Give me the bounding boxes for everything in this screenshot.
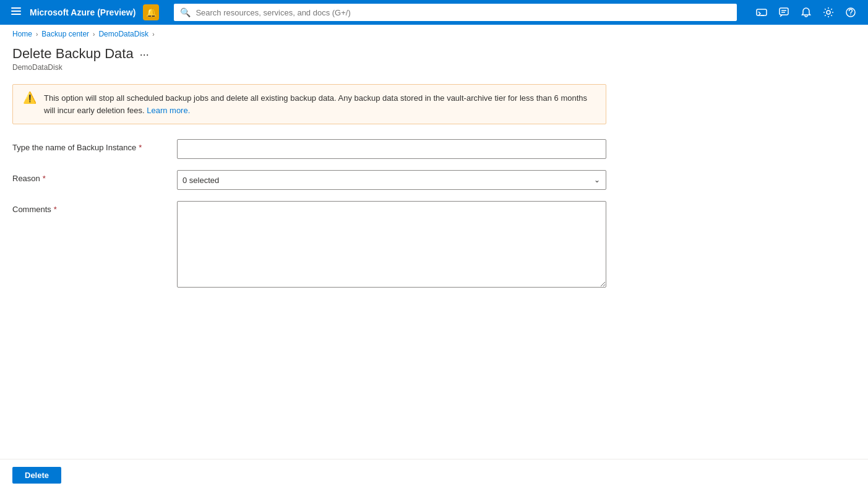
search-icon: 🔍 xyxy=(180,7,191,17)
search-bar[interactable]: 🔍 xyxy=(174,4,737,21)
comments-control xyxy=(177,201,606,289)
comments-label: Comments * xyxy=(12,201,167,214)
page-more-menu-button[interactable]: ··· xyxy=(140,48,149,61)
svg-rect-0 xyxy=(11,7,21,9)
breadcrumb-sep-2: › xyxy=(93,31,95,38)
warning-icon: ⚠️ xyxy=(23,92,37,103)
delete-form: Type the name of Backup Instance * Reaso… xyxy=(12,139,606,289)
learn-more-link[interactable]: Learn more. xyxy=(147,106,190,115)
breadcrumb-sep-1: › xyxy=(36,31,38,38)
warning-banner: ⚠️ This option will stop all scheduled b… xyxy=(12,84,606,124)
backup-instance-label: Type the name of Backup Instance * xyxy=(12,139,167,152)
breadcrumb: Home › Backup center › DemoDataDisk › xyxy=(0,25,868,43)
app-title: Microsoft Azure (Preview) xyxy=(30,7,135,17)
backup-instance-control xyxy=(177,139,606,159)
reason-row: Reason * 0 selected ⌄ xyxy=(12,170,606,190)
breadcrumb-demo-data-disk[interactable]: DemoDataDisk xyxy=(98,30,148,38)
notifications-button[interactable] xyxy=(796,2,816,22)
page-header: Delete Backup Data ··· DemoDataDisk xyxy=(0,43,868,79)
svg-point-8 xyxy=(827,11,830,14)
svg-point-10 xyxy=(850,14,851,15)
reason-label: Reason * xyxy=(12,170,167,183)
hamburger-menu-button[interactable] xyxy=(7,4,25,21)
page-subtitle: DemoDataDisk xyxy=(12,63,856,72)
breadcrumb-home[interactable]: Home xyxy=(12,30,32,38)
svg-rect-5 xyxy=(780,8,788,15)
required-star-1: * xyxy=(139,143,142,152)
badge-icon: 🔔 xyxy=(146,7,157,17)
content-area: ⚠️ This option will stop all scheduled b… xyxy=(0,79,619,294)
topbar: Microsoft Azure (Preview) 🔔 🔍 xyxy=(0,0,868,25)
cloud-shell-button[interactable] xyxy=(752,2,771,22)
feedback-button[interactable] xyxy=(774,2,794,22)
comments-row: Comments * xyxy=(12,201,606,289)
reason-control: 0 selected ⌄ xyxy=(177,170,606,190)
comments-textarea[interactable] xyxy=(177,201,606,288)
breadcrumb-backup-center[interactable]: Backup center xyxy=(41,30,89,38)
svg-rect-1 xyxy=(11,11,21,12)
settings-button[interactable] xyxy=(819,2,838,22)
topbar-actions xyxy=(752,2,861,22)
required-star-3: * xyxy=(54,205,57,214)
search-input[interactable] xyxy=(196,8,731,17)
svg-rect-3 xyxy=(757,9,767,15)
notification-badge[interactable]: 🔔 xyxy=(143,4,159,20)
backup-instance-input[interactable] xyxy=(177,139,606,159)
warning-text: This option will stop all scheduled back… xyxy=(44,92,596,116)
breadcrumb-sep-3: › xyxy=(152,31,154,38)
help-button[interactable] xyxy=(841,2,861,22)
backup-instance-row: Type the name of Backup Instance * xyxy=(12,139,606,159)
page-title: Delete Backup Data xyxy=(12,46,134,62)
reason-select[interactable]: 0 selected xyxy=(177,170,606,190)
svg-rect-2 xyxy=(11,14,21,15)
required-star-2: * xyxy=(43,174,46,183)
